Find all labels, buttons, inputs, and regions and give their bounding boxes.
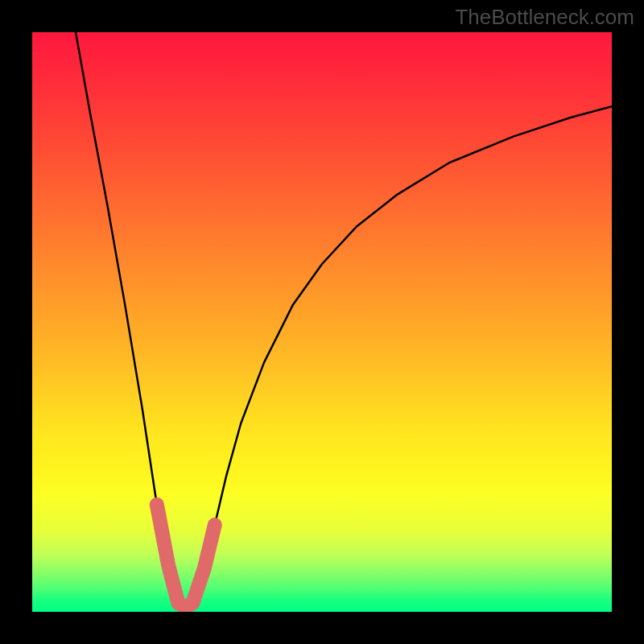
chart-svg: [32, 32, 612, 612]
watermark-text: TheBottleneck.com: [455, 5, 634, 30]
chart-frame: [32, 32, 612, 612]
highlight-path: [157, 505, 215, 607]
